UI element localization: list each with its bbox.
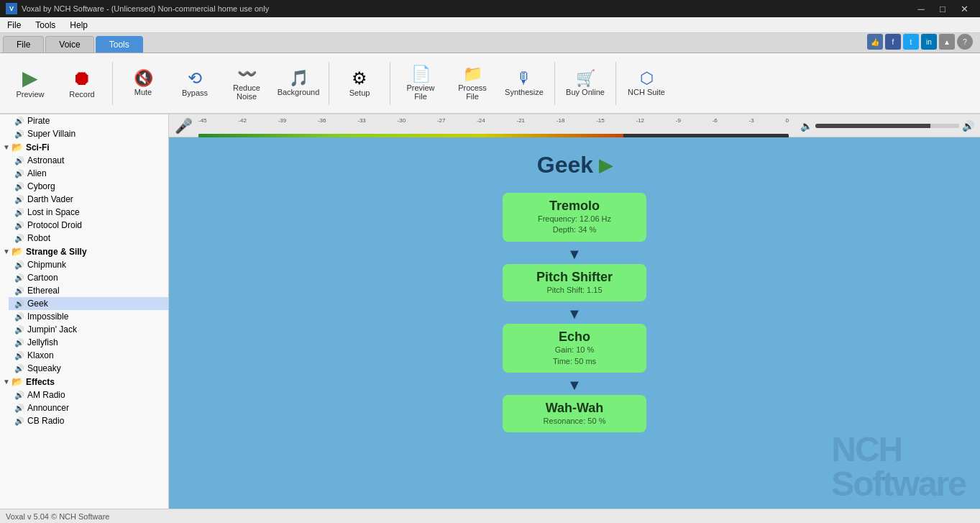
sidebar-item-cb-radio[interactable]: 🔊 CB Radio bbox=[9, 414, 168, 427]
sidebar-item-label: Cyborg bbox=[27, 181, 55, 191]
menu-tools[interactable]: Tools bbox=[28, 17, 63, 32]
sidebar-item-label: Lost in Space bbox=[27, 207, 80, 217]
collapse-arrow-icon: ▼ bbox=[3, 378, 10, 386]
sound-icon: 🔊 bbox=[14, 391, 24, 400]
strange-silly-children: 🔊 Chipmunk 🔊 Cartoon 🔊 Ethereal 🔊 Geek 🔊… bbox=[0, 258, 168, 375]
tab-file[interactable]: File bbox=[3, 36, 44, 53]
sidebar-item-label: Super Villain bbox=[27, 129, 75, 139]
nch-suite-button[interactable]: ⬡ NCH Suite bbox=[622, 58, 671, 109]
sidebar-item-astronaut[interactable]: 🔊 Astronaut bbox=[9, 154, 168, 167]
sidebar-item-announcer[interactable]: 🔊 Announcer bbox=[9, 401, 168, 414]
collapse-arrow-icon: ▼ bbox=[3, 247, 10, 255]
tab-voice[interactable]: Voice bbox=[45, 36, 93, 53]
preview-file-button[interactable]: 📄 Preview File bbox=[396, 58, 445, 109]
sidebar-item-cyborg[interactable]: 🔊 Cyborg bbox=[9, 180, 168, 193]
reduce-noise-button[interactable]: 〰️ Reduce Noise bbox=[222, 58, 271, 109]
menu-help[interactable]: Help bbox=[63, 17, 95, 32]
nch-suite-icon: ⬡ bbox=[640, 71, 654, 86]
thumbs-up-icon[interactable]: 👍 bbox=[867, 34, 883, 50]
sidebar-item-impossible[interactable]: 🔊 Impossible bbox=[9, 310, 168, 323]
volume-controls: 🔈 🔊 bbox=[800, 120, 974, 132]
sidebar-item-label: Cartoon bbox=[27, 273, 58, 283]
sidebar-item-darth-vader[interactable]: 🔊 Darth Vader bbox=[9, 193, 168, 206]
tab-tools[interactable]: Tools bbox=[96, 36, 143, 53]
sound-icon: 🔊 bbox=[14, 286, 24, 296]
sidebar-item-alien[interactable]: 🔊 Alien bbox=[9, 167, 168, 180]
sidebar-folder-strange-silly[interactable]: ▼ 📂 Strange & Silly bbox=[0, 245, 168, 258]
background-button[interactable]: 🎵 Background bbox=[274, 58, 323, 109]
sidebar-item-geek[interactable]: 🔊 Geek bbox=[9, 297, 168, 310]
title-text: Voxal by NCH Software - (Unlicensed) Non… bbox=[22, 4, 911, 13]
level-labels: -45-42-39-36-33-30-27-24-21-18-15-12-9-6… bbox=[198, 117, 789, 124]
buy-online-button[interactable]: 🛒 Buy Online bbox=[561, 58, 610, 109]
chain-node-tremolo[interactable]: Tremolo Frequency: 12.06 Hz Depth: 34 % bbox=[503, 193, 646, 242]
synthesize-button[interactable]: 🎙 Synthesize bbox=[500, 58, 549, 109]
echo-detail-1: Gain: 10 % bbox=[514, 345, 635, 355]
sound-icon: 🔊 bbox=[14, 312, 24, 322]
chain-node-echo[interactable]: Echo Gain: 10 % Time: 50 ms bbox=[503, 324, 646, 373]
sidebar-item-label: Squeaky bbox=[27, 363, 61, 373]
sidebar-item-label: Klaxon bbox=[27, 350, 54, 360]
sidebar-folder-scifi[interactable]: ▼ 📂 Sci-Fi bbox=[0, 140, 168, 154]
sidebar-item-jellyfish[interactable]: 🔊 Jellyfish bbox=[9, 336, 168, 349]
menubar: File Tools Help bbox=[0, 17, 980, 33]
sidebar-item-label: Jumpin' Jack bbox=[27, 324, 77, 335]
tremolo-detail-1: Frequency: 12.06 Hz bbox=[514, 214, 635, 224]
twitter-icon[interactable]: t bbox=[903, 34, 919, 50]
folder-icon: 📂 bbox=[12, 376, 23, 387]
setup-button[interactable]: ⚙ Setup bbox=[335, 58, 384, 109]
mic-level-label: Good Mic Level bbox=[198, 114, 789, 116]
sidebar-item-am-radio[interactable]: 🔊 AM Radio bbox=[9, 388, 168, 401]
sidebar-item-cartoon[interactable]: 🔊 Cartoon bbox=[9, 271, 168, 284]
maximize-button[interactable]: □ bbox=[933, 1, 953, 16]
buy-online-label: Buy Online bbox=[566, 88, 605, 96]
record-button[interactable]: ⏺ Record bbox=[58, 58, 106, 109]
mute-label: Mute bbox=[134, 88, 152, 96]
chain-play-icon[interactable]: ▶ bbox=[599, 155, 612, 176]
sidebar-item-klaxon[interactable]: 🔊 Klaxon bbox=[9, 349, 168, 362]
sound-icon: 🔊 bbox=[14, 221, 24, 230]
buy-online-icon: 🛒 bbox=[576, 71, 595, 86]
mute-button[interactable]: 🔇 Mute bbox=[119, 58, 168, 109]
sidebar-item-chipmunk[interactable]: 🔊 Chipmunk bbox=[9, 258, 168, 271]
sidebar-item-robot[interactable]: 🔊 Robot bbox=[9, 232, 168, 245]
sidebar-item-pirate[interactable]: 🔊 Pirate bbox=[0, 114, 168, 127]
sound-icon: 🔊 bbox=[14, 338, 24, 347]
sidebar-item-squeaky[interactable]: 🔊 Squeaky bbox=[9, 362, 168, 375]
sidebar-item-label: Astronaut bbox=[27, 155, 64, 165]
close-button[interactable]: ✕ bbox=[954, 1, 974, 16]
sidebar-folder-label: Effects bbox=[26, 377, 55, 387]
titlebar: V Voxal by NCH Software - (Unlicensed) N… bbox=[0, 0, 980, 17]
chain-node-pitch-shifter[interactable]: Pitch Shifter Pitch Shift: 1.15 bbox=[503, 264, 646, 301]
setup-icon: ⚙ bbox=[352, 70, 367, 87]
chain-voice-name: Geek bbox=[537, 152, 593, 178]
preview-button[interactable]: ▶ Preview bbox=[6, 58, 55, 109]
linkedin-icon[interactable]: in bbox=[921, 34, 937, 50]
sidebar-item-lost-in-space[interactable]: 🔊 Lost in Space bbox=[9, 206, 168, 219]
volume-slider[interactable] bbox=[815, 124, 959, 128]
toolbar-separator-1 bbox=[112, 62, 113, 105]
facebook-icon[interactable]: f bbox=[885, 34, 901, 50]
process-file-button[interactable]: 📁 Process File bbox=[448, 58, 497, 109]
help-icon[interactable]: ? bbox=[957, 34, 973, 50]
sidebar-item-ethereal[interactable]: 🔊 Ethereal bbox=[9, 284, 168, 297]
sidebar-folder-effects[interactable]: ▼ 📂 Effects bbox=[0, 375, 168, 388]
bypass-button[interactable]: ⟲ Bypass bbox=[170, 58, 219, 109]
menu-file[interactable]: File bbox=[0, 17, 28, 32]
share-icon[interactable]: ▲ bbox=[939, 34, 955, 50]
volume-loud-icon: 🔊 bbox=[962, 120, 974, 132]
folder-icon: 📂 bbox=[12, 246, 23, 257]
volume-mute-icon: 🔈 bbox=[800, 120, 812, 132]
record-icon: ⏺ bbox=[72, 68, 92, 88]
sidebar-item-protocol-droid[interactable]: 🔊 Protocol Droid bbox=[9, 219, 168, 232]
sidebar-folder-label: Sci-Fi bbox=[26, 142, 50, 153]
preview-file-icon: 📄 bbox=[411, 66, 431, 82]
sidebar-item-jumpin-jack[interactable]: 🔊 Jumpin' Jack bbox=[9, 323, 168, 336]
chain-node-wah-wah[interactable]: Wah-Wah Resonance: 50 % bbox=[503, 395, 646, 432]
chain-arrow-1: ▼ bbox=[567, 246, 582, 263]
minimize-button[interactable]: ─ bbox=[911, 1, 931, 16]
sidebar-item-label: Pirate bbox=[27, 116, 50, 126]
sidebar-item-super-villain[interactable]: 🔊 Super Villain bbox=[0, 127, 168, 140]
preview-file-label: Preview File bbox=[400, 83, 441, 101]
bypass-icon: ⟲ bbox=[188, 70, 202, 87]
